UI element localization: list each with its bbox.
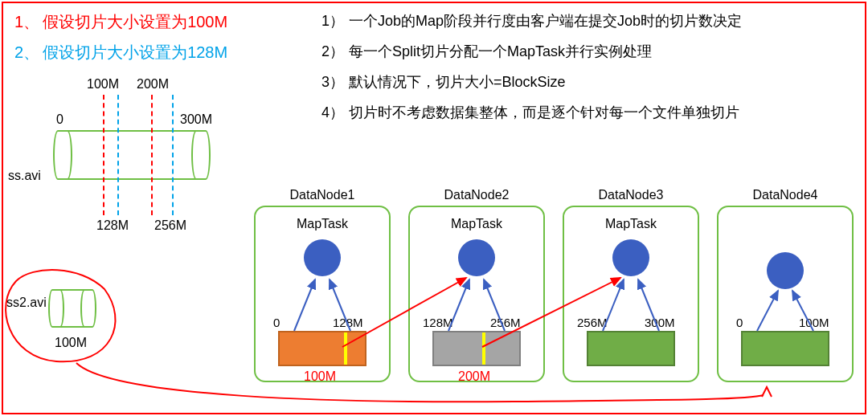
dn4-block [741,331,829,366]
note-1-text: 一个Job的Map阶段并行度由客户端在提交Job时的切片数决定 [349,13,742,29]
datanode-3: DataNode3 MapTask 256M 300M [563,206,699,382]
note-3: 3）默认情况下，切片大小=BlockSize [321,72,566,92]
dn2-left-label: 128M [423,316,453,329]
cylinder2-left-cap [48,289,64,328]
split-line-128m [117,95,119,215]
datanode-2: DataNode2 MapTask 128M 256M 200M [408,206,545,382]
cyl-end-label: 300M [180,112,212,127]
label-256m: 256M [154,218,186,233]
dn1-left-label: 0 [273,316,280,329]
datanode-4: DataNode4 0 100M [717,206,854,382]
dn1-maptask-circle [304,239,341,276]
dn1-split-marker [344,332,347,365]
file1-label: ss.avi [8,169,41,183]
dn2-maptask-label: MapTask [410,217,543,231]
dn3-left-label: 256M [577,316,608,329]
note-4-text: 切片时不考虑数据集整体，而是逐个针对每一个文件单独切片 [349,104,739,120]
dn3-block [587,331,675,366]
cylinder2-right-cap [80,289,96,328]
assumption-1: 1、假设切片大小设置为100M [14,11,227,33]
dn4-maptask-circle [767,252,804,289]
note-1-num: 1） [321,13,344,29]
dn1-block [278,331,366,366]
note-1: 1）一个Job的Map阶段并行度由客户端在提交Job时的切片数决定 [321,11,742,31]
dn1-title: DataNode1 [256,188,389,202]
cylinder-body [63,130,201,180]
split-line-256m [172,95,174,215]
note-2-num: 2） [321,43,344,59]
dn3-right-label: 300M [645,316,675,329]
dn2-split-label: 200M [458,369,490,384]
label-200m: 200M [137,77,169,92]
dn2-split-marker [482,332,485,365]
assumption-1-num: 1、 [14,13,39,31]
assumption-2: 2、假设切片大小设置为128M [14,42,227,63]
dn3-maptask-circle [612,239,649,276]
assumption-2-text: 假设切片大小设置为128M [43,43,227,61]
label-128m: 128M [96,218,129,233]
file2-size: 100M [55,336,87,350]
dn3-title: DataNode3 [564,188,698,202]
cyl-zero-label: 0 [56,112,63,127]
dn4-right-label: 100M [799,316,829,329]
note-3-num: 3） [321,74,344,90]
note-2-text: 每一个Split切片分配一个MapTask并行实例处理 [349,43,652,59]
cylinder-right-cap [191,130,211,180]
dn2-right-label: 256M [490,316,521,329]
dn1-maptask-label: MapTask [256,217,389,231]
dn2-block [432,331,521,366]
note-3-text: 默认情况下，切片大小=BlockSize [349,74,566,90]
dn4-title: DataNode4 [719,188,852,202]
dn2-title: DataNode2 [410,188,543,202]
dn4-left-label: 0 [736,316,743,329]
file2-label: ss2.avi [6,296,47,310]
cylinder-left-cap [53,130,72,180]
split-line-100m [103,95,104,215]
dn1-split-label: 100M [304,369,336,384]
datanode-1: DataNode1 MapTask 0 128M 100M [254,206,391,382]
assumption-2-num: 2、 [14,43,39,61]
dn1-right-label: 128M [333,316,363,329]
dn3-maptask-label: MapTask [564,217,698,231]
note-2: 2）每一个Split切片分配一个MapTask并行实例处理 [321,42,652,61]
note-4-num: 4） [321,104,344,120]
note-4: 4）切片时不考虑数据集整体，而是逐个针对每一个文件单独切片 [321,103,739,122]
assumption-1-text: 假设切片大小设置为100M [43,13,227,31]
label-100m: 100M [87,77,119,92]
split-line-200m [151,95,153,215]
dn2-maptask-circle [458,239,495,276]
